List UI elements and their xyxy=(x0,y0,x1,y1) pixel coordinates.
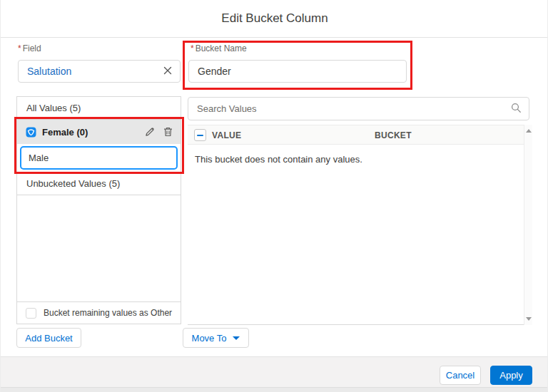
modal-footer: Cancel Apply xyxy=(1,356,548,387)
remaining-values-checkbox[interactable] xyxy=(26,308,36,319)
bucket-name-label-text: Bucket Name xyxy=(196,43,247,53)
table-scrollbar[interactable] xyxy=(524,125,532,325)
remaining-values-label: Bucket remaining values as Other xyxy=(44,308,172,318)
scroll-down-icon[interactable] xyxy=(526,317,532,321)
all-values-item[interactable]: All Values (5) xyxy=(17,97,181,120)
empty-bucket-message: This bucket does not contain any values. xyxy=(195,154,362,165)
required-asterisk: * xyxy=(18,43,21,53)
modal-header: Edit Bucket Column xyxy=(1,0,548,37)
field-label: *Field xyxy=(18,43,41,53)
header-divider xyxy=(1,37,548,38)
indeterminate-dash-icon xyxy=(197,135,203,136)
page-background-strip xyxy=(1,387,548,392)
apply-button[interactable]: Apply xyxy=(490,366,532,385)
move-to-button[interactable]: Move To xyxy=(183,328,249,348)
remaining-values-row: Bucket remaining values as Other xyxy=(17,301,181,324)
bucket-item-label: Female (0) xyxy=(42,127,88,138)
new-value-input[interactable] xyxy=(20,146,178,170)
search-values-input[interactable] xyxy=(188,97,529,120)
search-icon xyxy=(511,103,522,116)
bucket-list-panel: All Values (5) Female (0) xyxy=(16,96,181,324)
chevron-down-icon xyxy=(233,336,240,340)
clear-field-icon[interactable] xyxy=(162,66,173,77)
column-header-bucket[interactable]: BUCKET xyxy=(375,130,412,140)
new-value-input-wrap xyxy=(17,144,181,172)
delete-bucket-icon[interactable] xyxy=(162,126,173,138)
bucket-item-female[interactable]: Female (0) xyxy=(17,120,181,144)
values-table-header: VALUE BUCKET xyxy=(188,125,524,145)
field-label-text: Field xyxy=(23,43,41,53)
column-header-value[interactable]: VALUE xyxy=(212,130,241,140)
bucket-icon xyxy=(25,126,36,138)
edit-bucket-icon[interactable] xyxy=(144,126,156,138)
unbucketed-values-item[interactable]: Unbucketed Values (5) xyxy=(17,172,181,195)
search-values-wrap xyxy=(188,97,529,120)
scroll-up-icon[interactable] xyxy=(526,129,532,133)
bucket-list-empty-area xyxy=(17,195,181,301)
bucket-name-label: *Bucket Name xyxy=(191,43,247,53)
field-input-wrap xyxy=(18,60,181,83)
add-bucket-button[interactable]: Add Bucket xyxy=(16,328,81,348)
move-to-label: Move To xyxy=(192,333,227,344)
required-asterisk: * xyxy=(191,43,194,53)
values-table: VALUE BUCKET This bucket does not contai… xyxy=(188,125,532,325)
select-all-checkbox[interactable] xyxy=(194,129,206,141)
bucket-name-input-wrap xyxy=(188,60,407,83)
field-input[interactable] xyxy=(18,60,181,83)
bucket-name-input[interactable] xyxy=(188,60,407,83)
modal-title: Edit Bucket Column xyxy=(221,11,328,26)
cancel-button[interactable]: Cancel xyxy=(440,366,481,385)
edit-bucket-column-modal: Edit Bucket Column *Field *Bucket Name A… xyxy=(0,0,548,392)
